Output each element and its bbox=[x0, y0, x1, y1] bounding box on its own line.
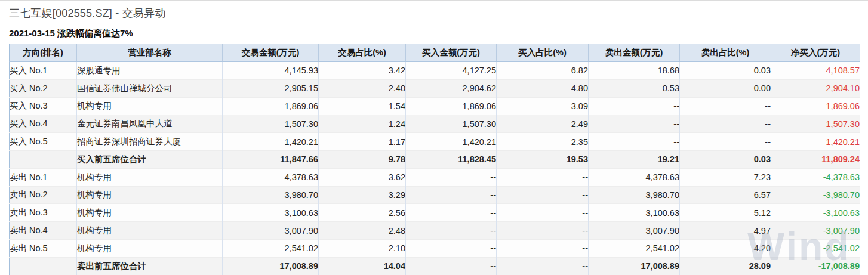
direction-rank-cell: 卖出 No.2 bbox=[10, 186, 77, 204]
sell-amount-cell: -- bbox=[589, 97, 680, 115]
trade-pct-cell: 1.24 bbox=[319, 115, 406, 133]
sell-amount-cell: 4,378.63 bbox=[589, 168, 680, 186]
sell-pct-cell: 7.23 bbox=[680, 168, 771, 186]
trade-amount-cell: 4,145.93 bbox=[223, 62, 319, 80]
direction-rank-cell: 买入 No.4 bbox=[10, 115, 77, 133]
trade-pct-cell: 2.48 bbox=[319, 222, 406, 240]
trade-amount-cell: 3,007.90 bbox=[223, 222, 319, 240]
branch-name-cell: 机构专用 bbox=[77, 239, 223, 257]
buy-amount-cell: -- bbox=[406, 257, 497, 275]
trade-amount-cell: 3,100.63 bbox=[223, 204, 319, 222]
col-header-net-buy: 净买入(万元) bbox=[771, 44, 860, 62]
buy-amount-cell: -- bbox=[406, 186, 497, 204]
direction-rank-cell: 买入 No.2 bbox=[10, 79, 77, 97]
sell-pct-cell: 4.20 bbox=[680, 239, 771, 257]
branch-name-cell: 深股通专用 bbox=[77, 62, 223, 80]
sell-pct-cell: 4.97 bbox=[680, 222, 771, 240]
trade-amount-cell: 3,980.70 bbox=[223, 186, 319, 204]
trade-pct-cell: 14.04 bbox=[319, 257, 406, 275]
net-buy-cell: -3,007.90 bbox=[771, 222, 860, 240]
trade-amount-cell: 1,869.06 bbox=[223, 97, 319, 115]
net-buy-cell: 1,507.30 bbox=[771, 115, 860, 133]
table-row: 买入 No.3 机构专用 1,869.06 1.54 1,869.06 3.09… bbox=[10, 97, 860, 115]
trade-pct-cell: 3.29 bbox=[319, 186, 406, 204]
table-row: 卖出 No.1 机构专用 4,378.63 3.62 -- -- 4,378.6… bbox=[10, 168, 860, 186]
buy-pct-cell: -- bbox=[497, 186, 589, 204]
table-row: 买入 No.5 招商证券深圳招商证券大厦 1,420.21 1.17 1,420… bbox=[10, 133, 860, 151]
net-buy-cell: -4,378.63 bbox=[771, 168, 860, 186]
trade-pct-cell: 1.54 bbox=[319, 97, 406, 115]
sell-pct-cell: 0.00 bbox=[680, 79, 771, 97]
buy-pct-cell: -- bbox=[497, 168, 589, 186]
buy-pct-cell: -- bbox=[497, 204, 589, 222]
buy-amount-cell: 1,869.06 bbox=[406, 97, 497, 115]
buy-amount-cell: 11,828.45 bbox=[406, 150, 497, 168]
sell-pct-cell: 0.03 bbox=[680, 150, 771, 168]
sell-pct-cell: 6.57 bbox=[680, 186, 771, 204]
buy-pct-cell: -- bbox=[497, 222, 589, 240]
sell-amount-cell: 18.68 bbox=[589, 62, 680, 80]
table-body: 买入 No.1 深股通专用 4,145.93 3.42 4,127.25 6.8… bbox=[10, 62, 860, 275]
col-header-trade-pct: 交易占比(%) bbox=[319, 44, 406, 62]
branch-name-cell: 机构专用 bbox=[77, 222, 223, 240]
sell-amount-cell: 19.21 bbox=[589, 150, 680, 168]
trade-amount-cell: 2,541.02 bbox=[223, 239, 319, 257]
trade-amount-cell: 1,420.21 bbox=[223, 133, 319, 151]
net-buy-cell: 1,869.06 bbox=[771, 97, 860, 115]
sell-pct-cell: 0.03 bbox=[680, 62, 771, 80]
col-header-branch-name: 营业部名称 bbox=[77, 44, 223, 62]
table-row: 卖出 No.3 机构专用 3,100.63 2.56 -- -- 3,100.6… bbox=[10, 204, 860, 222]
branch-name-cell: 卖出前五席位合计 bbox=[77, 257, 223, 275]
branch-name-cell: 国信证券佛山禅城分公司 bbox=[77, 79, 223, 97]
sell-pct-cell: 28.09 bbox=[680, 257, 771, 275]
sell-amount-cell: 3,100.63 bbox=[589, 204, 680, 222]
sell-amount-cell: 2,541.02 bbox=[589, 239, 680, 257]
table-row: 卖出 No.2 机构专用 3,980.70 3.29 -- -- 3,980.7… bbox=[10, 186, 860, 204]
trading-anomaly-table: 方向(排名) 营业部名称 交易金额(万元) 交易占比(%) 买入金额(万元) 买… bbox=[9, 44, 860, 275]
net-buy-cell: 4,108.57 bbox=[771, 62, 860, 80]
branch-name-cell: 金元证券南昌凤凰中大道 bbox=[77, 115, 223, 133]
buy-pct-cell: 3.09 bbox=[497, 97, 589, 115]
table-row: 卖出前五席位合计 17,008.89 14.04 -- -- 17,008.89… bbox=[10, 257, 860, 275]
direction-rank-cell: 卖出 No.3 bbox=[10, 204, 77, 222]
branch-name-cell: 买入前五席位合计 bbox=[77, 150, 223, 168]
net-buy-cell: -2,541.02 bbox=[771, 239, 860, 257]
sell-pct-cell: -- bbox=[680, 133, 771, 151]
net-buy-cell: -3,980.70 bbox=[771, 186, 860, 204]
branch-name-cell: 机构专用 bbox=[77, 168, 223, 186]
net-buy-cell: -17,008.89 bbox=[771, 257, 860, 275]
buy-pct-cell: 6.82 bbox=[497, 62, 589, 80]
sell-amount-cell: 17,008.89 bbox=[589, 257, 680, 275]
buy-amount-cell: -- bbox=[406, 222, 497, 240]
branch-name-cell: 招商证券深圳招商证券大厦 bbox=[77, 133, 223, 151]
direction-rank-cell: 买入 No.5 bbox=[10, 133, 77, 151]
branch-name-cell: 机构专用 bbox=[77, 186, 223, 204]
direction-rank-cell: 卖出 No.4 bbox=[10, 222, 77, 240]
direction-rank-cell: 买入 No.1 bbox=[10, 62, 77, 80]
trade-pct-cell: 2.56 bbox=[319, 204, 406, 222]
sell-pct-cell: -- bbox=[680, 115, 771, 133]
sell-amount-cell: -- bbox=[589, 133, 680, 151]
col-header-direction-rank: 方向(排名) bbox=[10, 44, 77, 62]
table-row: 卖出 No.5 机构专用 2,541.02 2.10 -- -- 2,541.0… bbox=[10, 239, 860, 257]
buy-amount-cell: -- bbox=[406, 168, 497, 186]
buy-pct-cell: 2.35 bbox=[497, 133, 589, 151]
sell-amount-cell: -- bbox=[589, 115, 680, 133]
col-header-buy-amount: 买入金额(万元) bbox=[406, 44, 497, 62]
sell-pct-cell: -- bbox=[680, 97, 771, 115]
trade-amount-cell: 11,847.66 bbox=[223, 150, 319, 168]
trade-amount-cell: 17,008.89 bbox=[223, 257, 319, 275]
table-row: 买入前五席位合计 11,847.66 9.78 11,828.45 19.53 … bbox=[10, 150, 860, 168]
date-and-trigger-subtitle: 2021-03-15 涨跌幅偏离值达7% bbox=[9, 28, 868, 39]
direction-rank-cell bbox=[10, 150, 77, 168]
net-buy-cell: 11,809.24 bbox=[771, 150, 860, 168]
trade-pct-cell: 2.10 bbox=[319, 239, 406, 257]
table-row: 卖出 No.4 机构专用 3,007.90 2.48 -- -- 3,007.9… bbox=[10, 222, 860, 240]
buy-amount-cell: 1,507.30 bbox=[406, 115, 497, 133]
buy-amount-cell: -- bbox=[406, 204, 497, 222]
direction-rank-cell: 卖出 No.1 bbox=[10, 168, 77, 186]
table-row: 买入 No.2 国信证券佛山禅城分公司 2,905.15 2.40 2,904.… bbox=[10, 79, 860, 97]
buy-amount-cell: 1,420.21 bbox=[406, 133, 497, 151]
page-title: 三七互娱[002555.SZ] - 交易异动 bbox=[9, 6, 868, 20]
direction-rank-cell bbox=[10, 257, 77, 275]
